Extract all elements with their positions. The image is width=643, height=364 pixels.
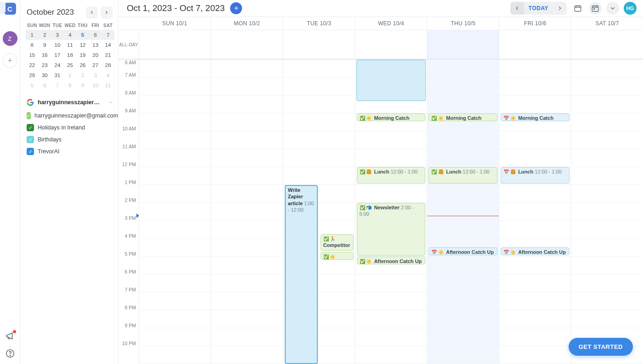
allday-cell[interactable] xyxy=(139,30,211,59)
event[interactable]: ✅ ☀️ Morning Catch Up9:00 - 9:30 xyxy=(357,113,426,121)
mini-day[interactable]: 25 xyxy=(64,60,77,70)
calendar-item[interactable]: ✓Holidays in Ireland xyxy=(26,123,114,133)
calendar-checkbox[interactable]: ✓ xyxy=(27,124,34,131)
mini-day[interactable]: 24 xyxy=(51,60,64,70)
mini-day[interactable]: 31 xyxy=(51,70,64,80)
calendar-checkbox[interactable]: ✓ xyxy=(27,148,34,155)
agenda-icon[interactable] xyxy=(589,2,602,15)
mini-day[interactable]: 12 xyxy=(76,40,89,50)
calendar-checkbox[interactable]: ✓ xyxy=(27,136,34,143)
mini-day[interactable]: 18 xyxy=(64,50,77,60)
mini-day[interactable]: 6 xyxy=(89,30,102,40)
allday-cell[interactable] xyxy=(499,30,571,59)
mini-next-button[interactable] xyxy=(101,6,113,18)
time-label: 10 AM xyxy=(118,126,139,144)
event[interactable]: ✅ 🍔 Lunch12:00 - 1:00 xyxy=(429,167,497,184)
event[interactable]: ✅ 📬 Newsletter2:00 - 5:00 xyxy=(357,203,426,256)
workspace-avatar[interactable]: Z xyxy=(3,31,17,46)
mini-day[interactable]: 30 xyxy=(39,70,51,80)
event[interactable]: Write Zapier article1:00 - 12:00 xyxy=(285,185,318,364)
today-button[interactable]: TODAY xyxy=(524,5,553,11)
day-column[interactable]: ✅ ☀️ Morning Catch Up9:00 - 9:30✅ 🍔 Lunc… xyxy=(355,60,427,364)
event[interactable]: 📅 ☀️ Afternoon Catch Up xyxy=(429,247,497,255)
mini-prev-button[interactable] xyxy=(86,6,98,18)
mini-day[interactable]: 2 xyxy=(76,70,89,80)
mini-day[interactable]: 27 xyxy=(89,60,102,70)
mini-day[interactable]: 16 xyxy=(39,50,51,60)
view-menu-button[interactable] xyxy=(606,2,619,15)
mini-day[interactable]: 10 xyxy=(51,40,64,50)
time-label: 9 AM xyxy=(118,108,139,126)
mini-day[interactable]: 10 xyxy=(89,80,102,90)
add-workspace-button[interactable]: + xyxy=(3,53,17,68)
event[interactable]: 📅 ☀️ Morning Catch Up9:00 - 9:30 xyxy=(501,113,570,121)
help-icon[interactable] xyxy=(5,348,15,358)
calendar-item[interactable]: ✓harryguinnesszapier@gmail.com xyxy=(26,111,114,121)
mini-day[interactable]: 8 xyxy=(64,80,77,90)
mini-day[interactable]: 2 xyxy=(39,30,51,40)
selection-block[interactable] xyxy=(356,60,426,101)
day-column[interactable]: ✅ ☀️ Morning Catch Up9:00 - 9:30✅ 🍔 Lunc… xyxy=(427,60,499,364)
allday-cell[interactable] xyxy=(211,30,283,59)
allday-cell[interactable] xyxy=(571,30,643,59)
mini-day[interactable]: 3 xyxy=(89,70,102,80)
mini-day[interactable]: 19 xyxy=(76,50,89,60)
mini-day[interactable]: 7 xyxy=(102,30,114,40)
mini-day[interactable]: 29 xyxy=(26,70,39,80)
event[interactable]: ✅ ☀️ Afternoon Catch Up xyxy=(357,257,426,264)
mini-day[interactable]: 15 xyxy=(26,50,39,60)
mini-day[interactable]: 20 xyxy=(89,50,102,60)
mini-day[interactable]: 9 xyxy=(76,80,89,90)
mini-day[interactable]: 14 xyxy=(102,40,114,50)
next-week-button[interactable] xyxy=(553,2,567,15)
allday-cell[interactable] xyxy=(355,30,427,59)
mini-day[interactable]: 4 xyxy=(64,30,77,40)
event[interactable]: ✅ 🏃 Competitor Research xyxy=(321,234,354,251)
mini-day[interactable]: 11 xyxy=(102,80,114,90)
event-status-icon: 📅 ☀️ xyxy=(431,250,444,255)
mini-day[interactable]: 22 xyxy=(26,60,39,70)
mini-day[interactable]: 17 xyxy=(51,50,64,60)
announcements-icon[interactable] xyxy=(5,331,15,341)
mini-day[interactable]: 23 xyxy=(39,60,51,70)
mini-day[interactable]: 1 xyxy=(64,70,77,80)
day-column[interactable] xyxy=(139,60,211,364)
account-row[interactable]: harryguinnesszapier@gmail.... xyxy=(26,97,114,108)
day-column[interactable] xyxy=(571,60,643,364)
mini-day[interactable]: 13 xyxy=(89,40,102,50)
calendar-checkbox[interactable]: ✓ xyxy=(27,112,31,119)
calendar-item[interactable]: ✓Birthdays xyxy=(26,134,114,145)
mini-day[interactable]: 6 xyxy=(39,80,51,90)
event[interactable]: ✅ 🍔 Lunch12:00 - 1:00 xyxy=(357,167,426,184)
day-column[interactable]: 📅 ☀️ Morning Catch Up9:00 - 9:30📅 🍔 Lunc… xyxy=(499,60,571,364)
mini-day[interactable]: 7 xyxy=(51,80,64,90)
mini-day[interactable]: 5 xyxy=(26,80,39,90)
mini-day[interactable]: 21 xyxy=(102,50,114,60)
get-started-button[interactable]: GET STARTED xyxy=(569,338,633,356)
allday-cell[interactable] xyxy=(283,30,355,59)
mini-day[interactable]: 26 xyxy=(76,60,89,70)
mini-day[interactable]: 28 xyxy=(102,60,114,70)
mini-day[interactable]: 1 xyxy=(26,30,39,40)
event[interactable]: ✅ ☀️ Morning Catch Up9:00 - 9:30 xyxy=(429,113,497,121)
mini-day[interactable]: 9 xyxy=(39,40,51,50)
event[interactable]: ✅ ☀️ xyxy=(321,252,354,260)
day-column[interactable]: Write Zapier article1:00 - 12:00✅ 🏃 Comp… xyxy=(283,60,355,364)
user-avatar[interactable]: HG xyxy=(624,2,637,15)
mini-day[interactable]: 5 xyxy=(76,30,89,40)
mini-day[interactable]: 8 xyxy=(26,40,39,50)
event[interactable]: 📅 🍔 Lunch12:00 - 1:00 xyxy=(501,167,570,184)
calendar-item[interactable]: ✓TrevorAI xyxy=(26,146,114,157)
app-logo[interactable]: C xyxy=(4,3,16,15)
mini-day[interactable]: 4 xyxy=(102,70,114,80)
mini-day[interactable]: 3 xyxy=(51,30,64,40)
allday-cell[interactable] xyxy=(427,30,499,59)
event-status-icon: ✅ 🏃 xyxy=(323,236,336,241)
calendar-icon[interactable] xyxy=(571,2,584,15)
prev-week-button[interactable] xyxy=(510,2,524,15)
mini-day[interactable]: 11 xyxy=(64,40,77,50)
svg-rect-3 xyxy=(592,6,598,11)
day-column[interactable] xyxy=(211,60,283,364)
add-event-button[interactable]: + xyxy=(230,2,242,14)
event[interactable]: 📅 ☀️ Afternoon Catch Up xyxy=(501,247,570,255)
